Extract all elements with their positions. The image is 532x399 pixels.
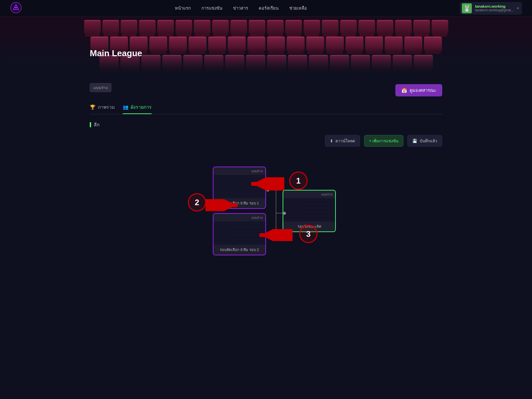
user-info: tanakorn.working tanakorn.working@gmai..… [475, 4, 514, 12]
nav-home[interactable]: หน้าแรก [175, 6, 191, 11]
status-badge: แบบร่าง [90, 83, 111, 92]
add-match-button[interactable]: + เพิ่มการแข่งขัน [364, 135, 403, 147]
page-content: แบบร่าง 📅 ดูมองตสารณะ 🏆 ภาพรวม 👥 ผังรายก… [83, 73, 449, 296]
arrow-1 [251, 177, 284, 191]
user-email: tanakorn.working@gmai... [475, 8, 514, 12]
tab-overview[interactable]: 🏆 ภาพรวม [90, 103, 115, 114]
tab-bracket[interactable]: 👥 ผังรายการ [123, 103, 152, 114]
save-button[interactable]: 💾 บันทึกแล้ว [407, 135, 442, 147]
navbar-logo [10, 2, 22, 15]
node-final-body [283, 198, 335, 221]
calendar-icon: 📅 [401, 88, 407, 93]
tabs: 🏆 ภาพรวม 👥 ผังรายการ [90, 100, 442, 114]
node-final-status: แบบร่าง [283, 191, 335, 198]
download-icon: ⬇ [330, 139, 333, 143]
save-icon: 💾 [412, 139, 417, 143]
arrow-3 [259, 229, 293, 241]
arrow-2 [205, 199, 239, 211]
node-round2-status: แบบร่าง [213, 214, 265, 221]
bracket-node-round2[interactable]: แบบร่าง รอบคัดเลือก 8 ทีม รอบ 2 [213, 213, 266, 255]
overview-icon: 🏆 [90, 104, 95, 110]
avatar: 🐰 [462, 3, 472, 13]
chevron-down-icon: ▾ [517, 6, 519, 10]
green-bar-icon [90, 122, 91, 127]
nav-help[interactable]: ช่วยเหลือ [289, 6, 307, 11]
toolbar: ⬇ ดาวน์โหลด + เพิ่มการแข่งขัน 💾 บันทึกแล… [90, 135, 442, 147]
user-name: tanakorn.working [475, 4, 514, 8]
nav-matches[interactable]: การแข่งขัน [201, 6, 222, 11]
bracket-area: แบบร่าง รอบคัดเลือก 8 ทีม รอบ 1 แบบร่าง … [90, 153, 442, 286]
connector-dot-3 [283, 212, 286, 215]
annotation-1: 1 [289, 172, 308, 190]
nav-news[interactable]: ข่าวสาร [233, 6, 248, 11]
svg-point-2 [15, 7, 17, 9]
navbar: หน้าแรก การแข่งขัน ข่าวสาร คอร์สเรียน ช่… [0, 0, 532, 17]
node-round2-body [213, 221, 265, 245]
user-menu[interactable]: 🐰 tanakorn.working tanakorn.working@gmai… [460, 2, 522, 15]
navbar-links: หน้าแรก การแข่งขัน ข่าวสาร คอร์สเรียน ช่… [175, 5, 307, 12]
bracket-container: แบบร่าง รอบคัดเลือก 8 ทีม รอบ 1 แบบร่าง … [186, 160, 346, 280]
section-label: ลีก [90, 121, 442, 128]
node-round2-label: รอบคัดเลือก 8 ทีม รอบ 2 [213, 245, 265, 255]
view-schedule-button[interactable]: 📅 ดูมองตสารณะ [395, 84, 442, 96]
bracket-icon: 👥 [123, 104, 128, 110]
page-title: Main League [90, 48, 442, 59]
nav-courses[interactable]: คอร์สเรียน [259, 6, 279, 11]
download-button[interactable]: ⬇ ดาวน์โหลด [325, 135, 360, 147]
annotation-2: 2 [188, 193, 206, 211]
node-round1-status: แบบร่าง [213, 167, 265, 175]
hero-banner: Main League [0, 17, 532, 73]
annotation-3: 3 [299, 225, 318, 243]
